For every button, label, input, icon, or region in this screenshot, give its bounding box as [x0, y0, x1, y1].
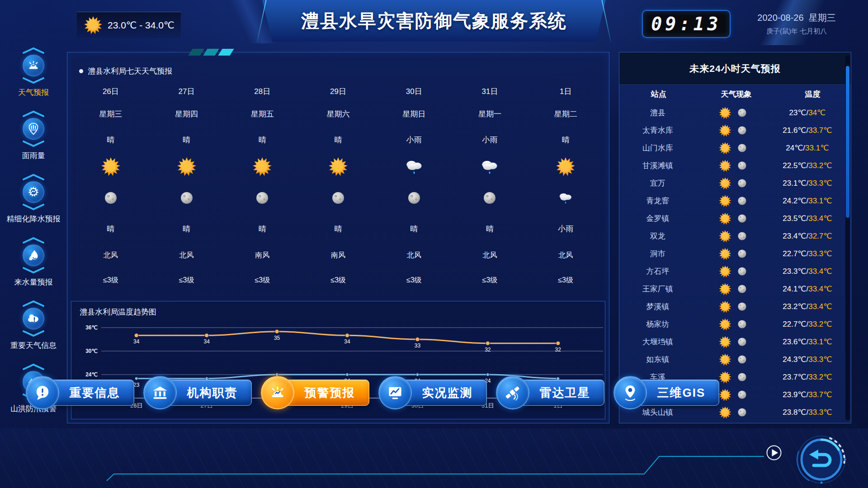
forecast-wind-direction: 北风: [482, 243, 497, 268]
forecast-wind-level: ≤3级: [330, 268, 346, 292]
station-row[interactable]: 宜万 23.1℃/33.3℃: [619, 174, 844, 192]
station-low-temp: 23.6℃: [783, 338, 806, 346]
station-weather-icons: [696, 212, 770, 225]
sidebar-item-label: 面雨量: [22, 151, 45, 161]
forecast-night-condition: 晴: [486, 215, 494, 243]
panel-stripe-decoration: [190, 49, 232, 56]
station-temperature: 24.3℃/33.3℃: [770, 355, 844, 364]
station-row[interactable]: 双龙 23.4℃/32.7℃: [619, 227, 844, 245]
nav-button-monitor[interactable]: 实况监测: [384, 380, 487, 406]
sidebar-item-drops[interactable]: 来水量预报: [0, 237, 67, 300]
forecast-night-icon-cell: [103, 181, 119, 215]
station-high-temp: 33.4℃: [808, 302, 832, 311]
col-header-weather: 天气现象: [698, 89, 774, 99]
forecast-weekday: 星期一: [478, 101, 501, 127]
scrollbar-thumb[interactable]: [846, 66, 849, 218]
nav-button-icon-circle: [496, 376, 529, 409]
station-weather-icons: [696, 300, 770, 314]
sidebar-icon-circle: [23, 244, 44, 266]
station-weather-icons: [696, 230, 770, 243]
sidebar-item-label: 精细化降水预报: [7, 214, 61, 224]
station-name: 宜万: [619, 178, 696, 188]
station-name: 王家厂镇: [619, 284, 696, 294]
forecast-night-icon-cell: [557, 181, 574, 215]
today-temp-widget: 23.0℃ - 34.0℃: [77, 12, 181, 38]
moon-icon: [736, 354, 748, 365]
station-weather-icons: [696, 406, 770, 419]
sun-icon: [718, 141, 732, 155]
sidebar-item-badge: [21, 237, 46, 274]
station-row[interactable]: 澧县 23℃/34℃: [619, 104, 844, 122]
station-high-temp: 33.4℃: [808, 285, 832, 293]
sun-icon: [718, 106, 732, 120]
station-temperature: 24.1℃/33.4℃: [770, 284, 844, 294]
station-row[interactable]: 大堰垱镇 23.6℃/33.1℃: [619, 333, 844, 351]
digital-clock: 09:13: [642, 10, 731, 38]
nav-button-siren[interactable]: 预警预报: [266, 380, 369, 406]
moon-icon: [736, 319, 748, 330]
seven-day-forecast-grid: 26日 星期三 晴 晴 北风 ≤3级 27日 星期四 晴 晴 北风 ≤3级 28…: [67, 76, 609, 292]
nav-button-bubble-alert[interactable]: 重要信息: [31, 380, 134, 406]
page-title: 澧县水旱灾害防御气象服务系统: [262, 0, 606, 42]
rain-icon: [479, 156, 500, 177]
station-row[interactable]: 杨家坊 22.7℃/33.2℃: [619, 315, 844, 333]
forecast-weekday: 星期五: [251, 101, 274, 127]
play-button[interactable]: [766, 445, 782, 461]
nav-button-pin[interactable]: 三维GIS: [619, 380, 720, 406]
svg-text:34: 34: [203, 338, 210, 345]
station-row[interactable]: 甘溪滩镇 22.5℃/33.2℃: [619, 157, 844, 174]
forecast-wind-direction: 南风: [331, 243, 345, 268]
station-row[interactable]: 太青水库 21.6℃/33.7℃: [619, 122, 844, 139]
svg-text:32: 32: [485, 347, 491, 353]
forecast-weekday: 星期二: [554, 101, 577, 127]
moon-icon: [330, 190, 346, 206]
station-temperature: 23.9℃/33.7℃: [770, 390, 844, 399]
sidebar-icon-circle: [23, 181, 44, 203]
chevron-up-icon: [21, 47, 46, 54]
nav-button-satellite[interactable]: 雷达卫星: [501, 380, 604, 406]
station-high-temp: 33.3℃: [808, 355, 832, 364]
nav-button-label: 雷达卫星: [540, 385, 590, 401]
station-high-temp: 33.4℃: [808, 214, 832, 223]
sidebar-item-sun-chart[interactable]: 精细化降水预报: [0, 174, 67, 237]
back-button[interactable]: [797, 435, 846, 484]
back-icon: [797, 435, 846, 484]
chevron-up-icon: [21, 110, 46, 117]
station-high-temp: 33.7℃: [808, 390, 832, 399]
sidebar-item-cloud-alert[interactable]: 重要天气信息: [0, 300, 67, 363]
station-low-temp: 24℃: [786, 144, 803, 152]
station-row[interactable]: 城头山镇 23.8℃/33.3℃: [619, 404, 844, 421]
station-low-temp: 24.2℃: [783, 197, 806, 205]
sun-icon: [328, 156, 349, 177]
forecast-night-condition: 晴: [335, 215, 342, 243]
station-low-temp: 23.4℃: [783, 232, 806, 240]
moon-icon: [103, 190, 119, 206]
forecast-weekday: 星期日: [402, 101, 425, 127]
station-row[interactable]: 梦溪镇 23.2℃/33.4℃: [619, 298, 844, 315]
station-row[interactable]: 金罗镇 23.5℃/33.4℃: [619, 210, 844, 227]
sun-icon: [718, 177, 732, 190]
station-row[interactable]: 如东镇 24.3℃/33.3℃: [619, 351, 844, 368]
rain-icon: [557, 190, 574, 206]
station-low-temp: 23℃: [789, 108, 806, 117]
nav-button-bank[interactable]: 机构职责: [149, 380, 252, 406]
station-row[interactable]: 王家厂镇 24.1℃/33.4℃: [619, 280, 844, 298]
station-row[interactable]: 洞市 22.7℃/33.3℃: [619, 245, 844, 263]
bottom-bar-background: [0, 428, 868, 488]
station-low-temp: 24.3℃: [783, 355, 806, 364]
sidebar-item-gauge[interactable]: 面雨量: [0, 110, 67, 174]
station-weather-icons: [696, 282, 770, 296]
nav-button-icon-circle: [261, 376, 294, 409]
moon-icon: [736, 178, 748, 189]
chevron-down-icon: [21, 141, 46, 147]
station-row[interactable]: 方石坪 23.3℃/33.4℃: [619, 263, 844, 280]
forecast-day-condition: 小雨: [406, 127, 422, 152]
station-low-temp: 22.5℃: [783, 161, 806, 170]
forecast-night-condition: 晴: [259, 215, 266, 243]
station-row[interactable]: 山门水库 24℃/33.1℃: [619, 139, 844, 157]
sun-icon: [100, 156, 121, 177]
chevron-down-icon: [21, 267, 46, 274]
sidebar-item-siren[interactable]: 天气预报: [0, 47, 67, 110]
station-row[interactable]: 青龙窨 24.2℃/33.1℃: [619, 192, 844, 210]
scrollbar-track[interactable]: [845, 55, 850, 420]
